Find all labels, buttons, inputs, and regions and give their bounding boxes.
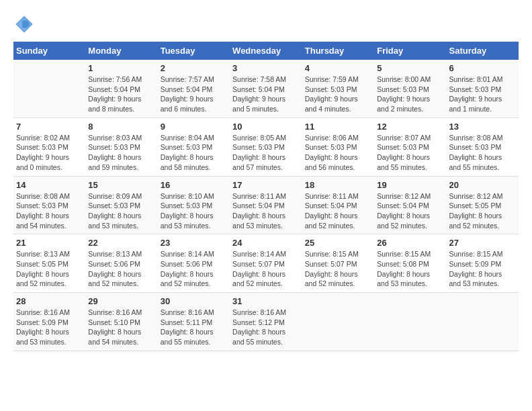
day-info: Sunrise: 8:07 AMSunset: 5:03 PMDaylight:…: [377, 133, 443, 173]
day-number: 19: [377, 180, 443, 190]
day-number: 21: [16, 238, 83, 248]
day-info: Sunrise: 8:16 AMSunset: 5:11 PMDaylight:…: [161, 308, 227, 347]
day-info: Sunrise: 7:58 AMSunset: 5:04 PMDaylight:…: [232, 75, 300, 114]
calendar-cell: [302, 293, 374, 351]
calendar-cell: 3Sunrise: 7:58 AMSunset: 5:04 PMDaylight…: [230, 60, 302, 118]
day-number: 2: [161, 63, 227, 73]
calendar-cell: 30Sunrise: 8:16 AMSunset: 5:11 PMDayligh…: [158, 293, 230, 351]
day-number: 11: [305, 122, 371, 132]
calendar-cell: 18Sunrise: 8:11 AMSunset: 5:04 PMDayligh…: [302, 176, 374, 234]
calendar-cell: 8Sunrise: 8:03 AMSunset: 5:03 PMDaylight…: [85, 118, 157, 176]
header-day-tuesday: Tuesday: [158, 42, 230, 60]
calendar-cell: 25Sunrise: 8:15 AMSunset: 5:07 PMDayligh…: [302, 234, 374, 293]
calendar-cell: 16Sunrise: 8:10 AMSunset: 5:03 PMDayligh…: [158, 176, 230, 234]
header-day-wednesday: Wednesday: [230, 42, 302, 60]
day-number: 14: [16, 180, 83, 190]
day-info: Sunrise: 7:57 AMSunset: 5:04 PMDaylight:…: [161, 75, 227, 114]
day-number: 29: [88, 296, 154, 306]
week-row-1: 1Sunrise: 7:56 AMSunset: 5:04 PMDaylight…: [13, 60, 519, 118]
day-number: 6: [449, 63, 517, 73]
calendar-cell: 24Sunrise: 8:14 AMSunset: 5:07 PMDayligh…: [230, 234, 302, 293]
logo-icon: [13, 13, 35, 35]
day-number: 12: [377, 122, 443, 132]
week-row-2: 7Sunrise: 8:02 AMSunset: 5:03 PMDaylight…: [13, 118, 519, 176]
day-number: 9: [161, 122, 227, 132]
day-info: Sunrise: 8:16 AMSunset: 5:10 PMDaylight:…: [88, 308, 154, 347]
calendar-table: SundayMondayTuesdayWednesdayThursdayFrid…: [13, 42, 519, 351]
calendar-cell: 23Sunrise: 8:14 AMSunset: 5:06 PMDayligh…: [158, 234, 230, 293]
day-info: Sunrise: 8:08 AMSunset: 5:03 PMDaylight:…: [449, 133, 517, 173]
day-number: 7: [16, 122, 83, 132]
day-info: Sunrise: 8:13 AMSunset: 5:06 PMDaylight:…: [88, 249, 154, 289]
header-day-thursday: Thursday: [302, 42, 374, 60]
day-number: 24: [232, 238, 300, 248]
calendar-cell: 20Sunrise: 8:12 AMSunset: 5:05 PMDayligh…: [447, 176, 519, 234]
day-info: Sunrise: 8:13 AMSunset: 5:05 PMDaylight:…: [16, 249, 83, 289]
day-number: 3: [232, 63, 300, 73]
calendar-cell: 15Sunrise: 8:09 AMSunset: 5:03 PMDayligh…: [85, 176, 157, 234]
calendar-cell: 9Sunrise: 8:04 AMSunset: 5:03 PMDaylight…: [158, 118, 230, 176]
calendar-cell: 14Sunrise: 8:08 AMSunset: 5:03 PMDayligh…: [13, 176, 85, 234]
header-row: SundayMondayTuesdayWednesdayThursdayFrid…: [13, 42, 519, 60]
calendar-cell: 17Sunrise: 8:11 AMSunset: 5:04 PMDayligh…: [230, 176, 302, 234]
calendar-cell: 10Sunrise: 8:05 AMSunset: 5:03 PMDayligh…: [230, 118, 302, 176]
calendar-cell: 27Sunrise: 8:15 AMSunset: 5:09 PMDayligh…: [447, 234, 519, 293]
day-info: Sunrise: 8:15 AMSunset: 5:08 PMDaylight:…: [377, 249, 443, 289]
day-info: Sunrise: 8:14 AMSunset: 5:07 PMDaylight:…: [232, 249, 300, 289]
calendar-cell: 31Sunrise: 8:16 AMSunset: 5:12 PMDayligh…: [230, 293, 302, 351]
day-number: 25: [305, 238, 371, 248]
calendar-cell: 19Sunrise: 8:12 AMSunset: 5:04 PMDayligh…: [374, 176, 446, 234]
page-header: [13, 13, 519, 35]
calendar-cell: [447, 293, 519, 351]
calendar-cell: 26Sunrise: 8:15 AMSunset: 5:08 PMDayligh…: [374, 234, 446, 293]
calendar-cell: 22Sunrise: 8:13 AMSunset: 5:06 PMDayligh…: [85, 234, 157, 293]
day-number: 10: [232, 122, 300, 132]
day-number: 30: [161, 296, 227, 306]
day-number: 28: [16, 296, 83, 306]
day-info: Sunrise: 8:10 AMSunset: 5:03 PMDaylight:…: [161, 191, 227, 231]
header-day-monday: Monday: [85, 42, 157, 60]
calendar-cell: [374, 293, 446, 351]
day-number: 23: [161, 238, 227, 248]
day-info: Sunrise: 8:16 AMSunset: 5:12 PMDaylight:…: [232, 308, 300, 347]
day-info: Sunrise: 8:05 AMSunset: 5:03 PMDaylight:…: [232, 133, 300, 173]
week-row-5: 28Sunrise: 8:16 AMSunset: 5:09 PMDayligh…: [13, 293, 519, 351]
day-number: 13: [449, 122, 517, 132]
day-number: 5: [377, 63, 443, 73]
day-number: 26: [377, 238, 443, 248]
calendar-cell: 12Sunrise: 8:07 AMSunset: 5:03 PMDayligh…: [374, 118, 446, 176]
calendar-cell: 21Sunrise: 8:13 AMSunset: 5:05 PMDayligh…: [13, 234, 85, 293]
header-day-sunday: Sunday: [13, 42, 85, 60]
calendar-cell: 1Sunrise: 7:56 AMSunset: 5:04 PMDaylight…: [85, 60, 157, 118]
calendar-cell: 13Sunrise: 8:08 AMSunset: 5:03 PMDayligh…: [447, 118, 519, 176]
day-info: Sunrise: 8:01 AMSunset: 5:03 PMDaylight:…: [449, 75, 517, 114]
week-row-3: 14Sunrise: 8:08 AMSunset: 5:03 PMDayligh…: [13, 176, 519, 234]
header-day-saturday: Saturday: [447, 42, 519, 60]
day-info: Sunrise: 8:02 AMSunset: 5:03 PMDaylight:…: [16, 133, 83, 173]
day-info: Sunrise: 8:00 AMSunset: 5:03 PMDaylight:…: [377, 75, 443, 114]
day-info: Sunrise: 8:06 AMSunset: 5:03 PMDaylight:…: [305, 133, 371, 173]
day-number: 4: [305, 63, 371, 73]
day-info: Sunrise: 8:15 AMSunset: 5:07 PMDaylight:…: [305, 249, 371, 289]
day-info: Sunrise: 8:16 AMSunset: 5:09 PMDaylight:…: [16, 308, 83, 347]
day-info: Sunrise: 8:14 AMSunset: 5:06 PMDaylight:…: [161, 249, 227, 289]
calendar-cell: 28Sunrise: 8:16 AMSunset: 5:09 PMDayligh…: [13, 293, 85, 351]
day-info: Sunrise: 7:56 AMSunset: 5:04 PMDaylight:…: [88, 75, 154, 114]
day-number: 8: [88, 122, 154, 132]
day-info: Sunrise: 8:11 AMSunset: 5:04 PMDaylight:…: [232, 191, 300, 231]
day-info: Sunrise: 8:12 AMSunset: 5:05 PMDaylight:…: [449, 191, 517, 231]
day-number: 31: [232, 296, 300, 306]
day-number: 17: [232, 180, 300, 190]
calendar-cell: 4Sunrise: 7:59 AMSunset: 5:03 PMDaylight…: [302, 60, 374, 118]
calendar-cell: 5Sunrise: 8:00 AMSunset: 5:03 PMDaylight…: [374, 60, 446, 118]
calendar-cell: 2Sunrise: 7:57 AMSunset: 5:04 PMDaylight…: [158, 60, 230, 118]
calendar-cell: 7Sunrise: 8:02 AMSunset: 5:03 PMDaylight…: [13, 118, 85, 176]
day-number: 1: [88, 63, 154, 73]
header-day-friday: Friday: [374, 42, 446, 60]
day-info: Sunrise: 8:11 AMSunset: 5:04 PMDaylight:…: [305, 191, 371, 231]
day-number: 20: [449, 180, 517, 190]
calendar-cell: 11Sunrise: 8:06 AMSunset: 5:03 PMDayligh…: [302, 118, 374, 176]
logo: [13, 13, 38, 35]
day-number: 16: [161, 180, 227, 190]
week-row-4: 21Sunrise: 8:13 AMSunset: 5:05 PMDayligh…: [13, 234, 519, 293]
